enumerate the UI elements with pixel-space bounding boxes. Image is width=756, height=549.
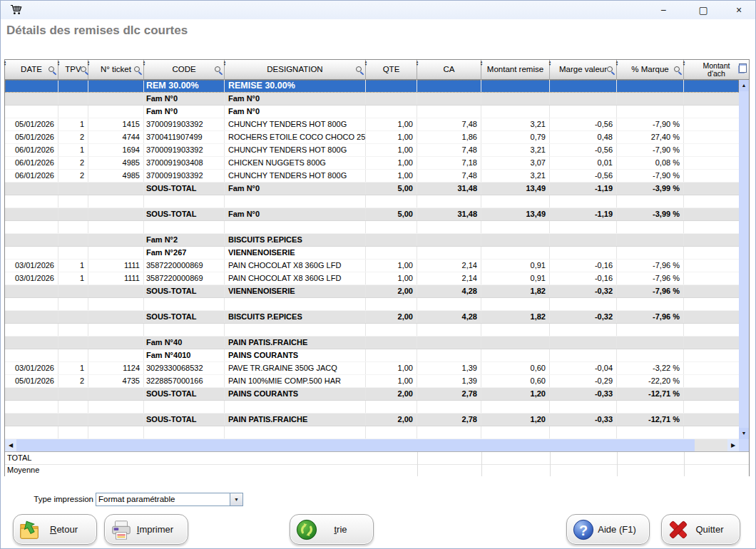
- grid-cell: [550, 106, 617, 118]
- grid-row[interactable]: [5, 195, 739, 208]
- grid-cell: [417, 337, 481, 349]
- scroll-down-icon[interactable]: ▼: [739, 428, 749, 439]
- scroll-left-icon[interactable]: ◀: [5, 439, 16, 451]
- trie-button[interactable]: trie: [290, 514, 374, 545]
- column-resize-handle[interactable]: ▴▾: [681, 60, 687, 66]
- grid-row[interactable]: SOUS-TOTALVIENNENOISERIE2,004,281,82-0,3…: [5, 285, 739, 298]
- grid-row[interactable]: SOUS-TOTALPAINS COURANTS2,002,781,20-0,3…: [5, 388, 739, 401]
- column-header-montant-d-ach[interactable]: ▴▾Montant d'ach: [684, 60, 749, 80]
- grid-cell: 3700091903392: [144, 144, 225, 156]
- column-resize-handle[interactable]: ▴▾: [222, 60, 228, 66]
- column-header-tpv[interactable]: ▴▾TPV: [58, 60, 88, 80]
- grid-row[interactable]: SOUS-TOTALFam N°05,0031,4813,49-1,19-3,9…: [5, 208, 739, 221]
- column-header-code[interactable]: ▴▾CODE: [144, 60, 225, 80]
- column-header-ca[interactable]: ▴▾CA: [417, 60, 481, 80]
- imprimer-button[interactable]: Imprimer: [104, 514, 188, 545]
- scroll-right-icon[interactable]: ▶: [727, 439, 739, 451]
- column-resize-handle[interactable]: ▴▾: [2, 60, 8, 66]
- grid-row[interactable]: Fam N°0Fam N°0: [5, 106, 739, 118]
- print-type-select[interactable]: Format paramétrable ▼: [96, 493, 243, 506]
- grid-row[interactable]: SOUS-TOTALFam N°05,0031,4813,49-1,19-3,9…: [5, 183, 739, 195]
- search-icon[interactable]: [81, 66, 86, 72]
- vertical-scrollbar[interactable]: ▲ ▼: [739, 80, 749, 439]
- horizontal-scrollbar-thumb[interactable]: [16, 439, 695, 451]
- grid-cell: 31,48: [417, 208, 481, 220]
- grid-cell: -0,56: [550, 118, 617, 130]
- grid-row[interactable]: Fam N°40PAIN PATIS.FRAICHE: [5, 337, 739, 349]
- search-icon[interactable]: [607, 66, 613, 72]
- dropdown-arrow-icon[interactable]: ▼: [230, 493, 242, 506]
- grid-cell: [366, 337, 417, 349]
- grid-row[interactable]: [5, 426, 739, 439]
- grid-cell: PAIN CHOCOLAT X8 360G LFD: [225, 260, 366, 272]
- search-icon[interactable]: [215, 66, 220, 72]
- grid-row[interactable]: [5, 401, 739, 414]
- grid-cell: 3700091903392: [144, 118, 225, 130]
- grid-row[interactable]: 03/01/2026111113587220000869PAIN CHOCOLA…: [5, 272, 739, 285]
- grid-cell: [417, 195, 481, 207]
- export-sheet-icon[interactable]: [739, 63, 747, 73]
- column-resize-handle[interactable]: ▴▾: [414, 60, 420, 66]
- grid-cell: [88, 221, 144, 233]
- scroll-up-icon[interactable]: ▲: [739, 80, 749, 91]
- grid-cell: -0,33: [550, 388, 617, 400]
- column-resize-handle[interactable]: ▴▾: [363, 60, 369, 66]
- close-button[interactable]: ×: [727, 1, 751, 19]
- grid-row[interactable]: [5, 324, 739, 337]
- grid-row[interactable]: [5, 298, 739, 311]
- grid-cell: [684, 414, 739, 426]
- column-resize-handle[interactable]: ▴▾: [547, 60, 553, 66]
- grid-cell: [481, 324, 550, 336]
- grid-row[interactable]: 06/01/2026116943700091903392CHUNCHY TEND…: [5, 144, 739, 157]
- minimize-button[interactable]: −: [651, 1, 675, 19]
- maximize-button[interactable]: ▢: [691, 1, 715, 19]
- grid-cell: [58, 93, 88, 105]
- search-icon[interactable]: [674, 66, 680, 72]
- grid-cell: [88, 311, 144, 323]
- column-header--marque[interactable]: ▴▾% Marque: [617, 60, 684, 80]
- grid-row[interactable]: 06/01/2026249853700091903408CHICKEN NUGG…: [5, 157, 739, 170]
- grid-cell: 3,21: [481, 170, 550, 182]
- search-icon[interactable]: [134, 66, 140, 72]
- column-header-n-ticket[interactable]: ▴▾N° ticket: [88, 60, 144, 80]
- column-header-designation[interactable]: ▴▾DESIGNATION: [225, 60, 366, 80]
- grid-row[interactable]: REM 30.00%REMISE 30.00%: [5, 80, 739, 93]
- horizontal-scrollbar[interactable]: ◀ ▶: [5, 439, 739, 451]
- aide-button[interactable]: ? Aide (F1): [566, 514, 650, 545]
- grid-row[interactable]: 03/01/2026111243029330068532PAVE TR.GRAI…: [5, 362, 739, 375]
- column-header-qte[interactable]: ▴▾QTE: [366, 60, 417, 80]
- column-resize-handle[interactable]: ▴▾: [141, 60, 147, 66]
- grid-cell: 0,60: [481, 375, 550, 387]
- column-resize-handle[interactable]: ▴▾: [56, 60, 61, 66]
- grid-cell: 03/01/2026: [5, 260, 58, 272]
- grid-row[interactable]: Fam N°0Fam N°0: [5, 93, 739, 106]
- column-header-marge-valeur[interactable]: ▴▾Marge valeur: [550, 60, 617, 80]
- grid-row[interactable]: 03/01/2026111113587220000869PAIN CHOCOLA…: [5, 260, 739, 272]
- grid-row[interactable]: Fam N°4010PAINS COURANTS: [5, 349, 739, 362]
- grid-row[interactable]: SOUS-TOTALBISCUITS P.EPICES2,004,281,82-…: [5, 311, 739, 324]
- search-icon[interactable]: [48, 66, 54, 72]
- retour-button[interactable]: Retour: [13, 514, 97, 545]
- grid-row[interactable]: 05/01/2026114153700091903392CHUNCHY TEND…: [5, 118, 739, 131]
- quitter-button[interactable]: Quitter: [661, 514, 740, 545]
- column-resize-handle[interactable]: ▴▾: [86, 60, 91, 66]
- grid-row[interactable]: 05/01/2026247443700411907499ROCHERS ETOI…: [5, 131, 739, 144]
- grid-cell: PAVE TR.GRAINE 350G JACQ: [225, 362, 366, 374]
- grid-cell: [88, 80, 144, 92]
- grid-cell: BISCUITS P.EPICES: [225, 234, 366, 246]
- grid-row[interactable]: SOUS-TOTALPAIN PATIS.FRAICHE2,002,781,20…: [5, 414, 739, 426]
- column-resize-handle[interactable]: ▴▾: [614, 60, 620, 66]
- grid-row[interactable]: [5, 221, 739, 234]
- grid-row[interactable]: Fam N°2BISCUITS P.EPICES: [5, 234, 739, 247]
- grid-cell: [417, 426, 481, 438]
- column-resize-handle[interactable]: ▴▾: [479, 60, 484, 66]
- grid-cell: [684, 118, 739, 130]
- grid-cell: [617, 80, 684, 92]
- grid-row[interactable]: 06/01/2026249853700091903392CHUNCHY TEND…: [5, 170, 739, 183]
- column-header-montant-remise[interactable]: ▴▾Montant remise: [481, 60, 550, 80]
- grid-row[interactable]: 05/01/2026247353228857000166PAIN 100%MIE…: [5, 375, 739, 388]
- search-icon[interactable]: [356, 66, 362, 72]
- grid-row[interactable]: Fam N°267VIENNENOISERIE: [5, 247, 739, 260]
- column-header-date[interactable]: ▴▾DATE: [5, 60, 58, 80]
- grid-cell: 1,00: [366, 157, 417, 169]
